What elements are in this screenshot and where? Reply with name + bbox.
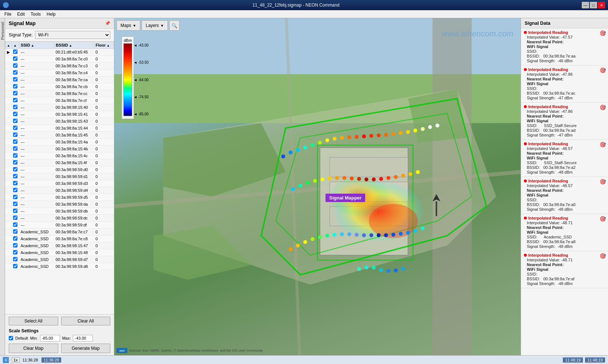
expand-cell[interactable] bbox=[5, 194, 12, 201]
col-ssid[interactable]: SSID bbox=[19, 42, 54, 49]
checkbox-cell[interactable] bbox=[12, 222, 19, 229]
row-checkbox[interactable] bbox=[13, 153, 17, 158]
table-row[interactable]: Academic_SSD 00:3a:98:98:15:48 0 bbox=[5, 249, 114, 256]
expand-cell[interactable] bbox=[5, 111, 12, 118]
map-area[interactable]: Maps ▼ Layers ▼ 🔍 bbox=[114, 18, 521, 355]
col-checkbox[interactable] bbox=[12, 42, 19, 49]
pin-icon[interactable]: 📌 bbox=[105, 21, 110, 26]
checkbox-cell[interactable] bbox=[12, 70, 19, 76]
checkbox-cell[interactable] bbox=[12, 49, 19, 56]
checkbox-cell[interactable] bbox=[12, 139, 19, 146]
expand-cell[interactable] bbox=[5, 104, 12, 111]
checkbox-cell[interactable] bbox=[12, 166, 19, 173]
table-row[interactable]: --- 00:3a:98:8a:7e:cf 0 bbox=[5, 97, 114, 104]
expand-cell[interactable] bbox=[5, 70, 12, 76]
row-checkbox[interactable] bbox=[13, 215, 17, 220]
menu-tools[interactable]: Tools bbox=[28, 11, 44, 17]
row-checkbox[interactable] bbox=[13, 250, 17, 254]
expand-cell[interactable] bbox=[5, 83, 12, 90]
checkbox-cell[interactable] bbox=[12, 132, 19, 139]
expand-cell[interactable] bbox=[5, 229, 12, 236]
checkbox-cell[interactable] bbox=[12, 97, 19, 104]
row-checkbox[interactable] bbox=[13, 50, 17, 54]
checkbox-cell[interactable] bbox=[12, 263, 19, 270]
col-floor[interactable]: Floor bbox=[94, 42, 114, 49]
table-row[interactable]: --- 00:3a:98:98:59:da 0 bbox=[5, 201, 114, 208]
select-all-button[interactable]: Select All bbox=[9, 317, 58, 325]
table-row[interactable]: --- 00:3a:98:8a:15:4b 0 bbox=[5, 146, 114, 153]
col-bssid[interactable]: BSSID bbox=[54, 42, 94, 49]
personnel-tab[interactable]: Personnel bbox=[0, 20, 5, 42]
row-checkbox[interactable] bbox=[13, 229, 17, 234]
expand-cell[interactable] bbox=[5, 125, 12, 132]
checkbox-cell[interactable] bbox=[12, 187, 19, 194]
expand-cell[interactable] bbox=[5, 222, 12, 229]
expand-cell[interactable] bbox=[5, 256, 12, 263]
table-row[interactable]: --- 00:3a:98:98:59:d0 0 bbox=[5, 166, 114, 173]
checkbox-cell[interactable] bbox=[12, 236, 19, 242]
checkbox-cell[interactable] bbox=[12, 118, 19, 125]
checkbox-cell[interactable] bbox=[12, 256, 19, 263]
expand-cell[interactable] bbox=[5, 90, 12, 97]
row-checkbox[interactable] bbox=[13, 195, 17, 199]
row-checkbox[interactable] bbox=[13, 56, 17, 61]
table-row[interactable]: ▶ --- 00:21:d8:e0:b5:45 0 bbox=[5, 49, 114, 56]
table-row[interactable]: --- 00:3a:98:8a:7e:cb 0 bbox=[5, 83, 114, 90]
checkbox-cell[interactable] bbox=[12, 208, 19, 215]
row-checkbox[interactable] bbox=[13, 119, 17, 123]
expand-cell[interactable] bbox=[5, 180, 12, 187]
row-checkbox[interactable] bbox=[13, 181, 17, 185]
table-row[interactable]: Academic_SSD 00:3a:98:8a:7e:c8 0 bbox=[5, 236, 114, 242]
table-row[interactable]: --- 00:3a:98:98:59:dc 0 bbox=[5, 215, 114, 222]
table-row[interactable]: --- 00:3a:98:8a:15:4a 0 bbox=[5, 139, 114, 146]
menu-edit[interactable]: Edit bbox=[14, 11, 28, 17]
row-checkbox[interactable] bbox=[13, 188, 17, 192]
col-expand[interactable] bbox=[5, 42, 12, 49]
map-view[interactable]: dBm ◄ -43.00 ◄ -53.50 ◄ -64.00 ◄ -74.50 … bbox=[114, 18, 521, 355]
expand-cell[interactable] bbox=[5, 97, 12, 104]
expand-cell[interactable] bbox=[5, 63, 12, 70]
row-checkbox[interactable] bbox=[13, 236, 17, 241]
row-checkbox[interactable] bbox=[13, 91, 17, 95]
default-min-checkbox[interactable] bbox=[9, 336, 13, 340]
table-row[interactable]: --- 00:3a:98:98:59:db 0 bbox=[5, 208, 114, 215]
maps-button[interactable]: Maps ▼ bbox=[117, 20, 140, 31]
row-checkbox[interactable] bbox=[13, 77, 17, 82]
checkbox-cell[interactable] bbox=[12, 104, 19, 111]
checkbox-cell[interactable] bbox=[12, 229, 19, 236]
expand-cell[interactable] bbox=[5, 173, 12, 180]
expand-cell[interactable] bbox=[5, 215, 12, 222]
expand-cell[interactable] bbox=[5, 187, 12, 194]
table-row[interactable]: --- 00:3a:98:8a:15:45 0 bbox=[5, 132, 114, 139]
pause-button[interactable]: ⏸ bbox=[3, 357, 9, 363]
table-row[interactable]: Academic_SSD 00:3a:98:8a:7e:c7 0 bbox=[5, 229, 114, 236]
menu-help[interactable]: Help bbox=[44, 11, 59, 17]
table-row[interactable]: --- 00:3a:98:98:15:40 0 bbox=[5, 104, 114, 111]
expand-cell[interactable] bbox=[5, 153, 12, 159]
checkbox-cell[interactable] bbox=[12, 125, 19, 132]
clear-map-button[interactable]: Clear Map bbox=[9, 344, 58, 353]
max-input[interactable] bbox=[73, 335, 93, 341]
row-checkbox[interactable] bbox=[13, 132, 17, 137]
expand-cell[interactable] bbox=[5, 201, 12, 208]
checkbox-cell[interactable] bbox=[12, 153, 19, 159]
table-row[interactable]: --- 00:3a:98:8a:7e:c4 0 bbox=[5, 70, 114, 76]
expand-cell[interactable]: ▶ bbox=[5, 49, 12, 56]
row-checkbox[interactable] bbox=[13, 257, 17, 261]
checkbox-cell[interactable] bbox=[12, 111, 19, 118]
row-checkbox[interactable] bbox=[13, 243, 17, 248]
row-checkbox[interactable] bbox=[13, 126, 17, 130]
checkbox-cell[interactable] bbox=[12, 194, 19, 201]
checkbox-cell[interactable] bbox=[12, 56, 19, 63]
row-checkbox[interactable] bbox=[13, 209, 17, 213]
table-row[interactable]: --- 00:3a:98:98:59:df 0 bbox=[5, 222, 114, 229]
expand-cell[interactable] bbox=[5, 166, 12, 173]
expand-cell[interactable] bbox=[5, 139, 12, 146]
generate-map-button[interactable]: Generate Map bbox=[61, 344, 111, 353]
row-checkbox[interactable] bbox=[13, 84, 17, 88]
table-row[interactable]: --- 00:3a:98:98:15:41 0 bbox=[5, 111, 114, 118]
row-checkbox[interactable] bbox=[13, 264, 17, 268]
expand-cell[interactable] bbox=[5, 56, 12, 63]
table-row[interactable]: --- 00:3a:98:98:59:d5 0 bbox=[5, 194, 114, 201]
expand-cell[interactable] bbox=[5, 208, 12, 215]
